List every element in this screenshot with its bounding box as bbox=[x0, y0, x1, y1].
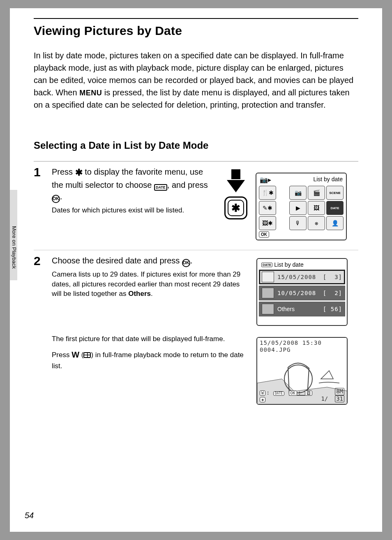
section-tab: More on Playback bbox=[10, 190, 17, 280]
date-row-0-count-val: 3 bbox=[334, 274, 338, 280]
fav-tile-food-icon: 🍴✱ bbox=[259, 186, 276, 200]
total-pics-badge: 31 bbox=[335, 395, 344, 402]
screen1-footer: OK bbox=[259, 231, 344, 237]
step-2-para2-a: The first picture for that date will be … bbox=[52, 334, 245, 344]
step-divider bbox=[34, 250, 358, 250]
step-2-text-a: Choose the desired date and press bbox=[52, 256, 182, 265]
playback-filename: 0004.JPG bbox=[260, 346, 322, 353]
date-thumb-icon bbox=[262, 272, 274, 282]
fav-tile-scene-icon: SCENE bbox=[326, 186, 344, 200]
fav-tile-date-icon: DATE bbox=[326, 201, 344, 215]
list-by-date-screen: DATE List by date 15/05/2008 [ 3] 10/05/… bbox=[256, 258, 348, 326]
step-2-para2-b-b: ( bbox=[79, 351, 83, 359]
playback-bottom-left: W: DATE OK: 🖼 ✱ bbox=[260, 389, 321, 402]
favorite-asterisk-icon: ✱ bbox=[228, 200, 244, 216]
fav-tile-picture-icon: 🖼✱ bbox=[259, 216, 276, 230]
favorite-button-outline: ✱ bbox=[224, 196, 247, 219]
date-thumb-icon bbox=[262, 288, 274, 298]
pill-w: W bbox=[260, 390, 265, 396]
screen2-title: DATE List by date bbox=[259, 261, 345, 270]
playback-overlay-text: 15/05/2008 15:30 0004.JPG bbox=[260, 339, 322, 353]
step-2-para2-b-a: Press bbox=[52, 351, 71, 359]
step-2-text-b: . bbox=[190, 256, 193, 265]
camera-mode-icon: 📷▸ bbox=[260, 176, 271, 184]
intro-paragraph: In list by date mode, pictures taken on … bbox=[34, 49, 358, 111]
pill-date: DATE bbox=[273, 391, 284, 396]
step-2-number: 2 bbox=[34, 255, 52, 267]
favorite-button-diagram: ✱ bbox=[219, 190, 252, 243]
date-row-0: 15/05/2008 [ 3] bbox=[259, 270, 345, 284]
date-row-2-date: Others bbox=[277, 306, 323, 312]
step-2-others-label: Others bbox=[128, 290, 151, 298]
thumbnail-grid-icon bbox=[83, 352, 91, 358]
step-1: 1 Press ✱ to display the favorite menu, … bbox=[34, 166, 208, 215]
step-2-sub-c: . bbox=[151, 290, 153, 298]
favorite-menu-screen: 📷▸ List by date 🍴✱ 📷 🎬 SCENE ✎✱ ▶ 🖼 DATE… bbox=[256, 173, 347, 240]
ok-indicator: OK bbox=[259, 231, 269, 238]
date-thumb-icon bbox=[262, 304, 274, 314]
date-row-1: 10/05/2008 [ 2] bbox=[259, 286, 345, 300]
page-number: 54 bbox=[25, 511, 34, 520]
date-row-2-count-val: 56 bbox=[331, 306, 339, 312]
step-1-sub: Dates for which pictures exist will be l… bbox=[52, 205, 208, 215]
screen2-title-text: List by date bbox=[274, 261, 304, 268]
ok-button-icon: OK bbox=[182, 259, 190, 267]
subheading: Selecting a Date in List by Date Mode bbox=[34, 140, 208, 151]
favorite-asterisk-icon: ✱ bbox=[75, 166, 83, 179]
w-button-icon: W bbox=[71, 350, 79, 359]
date-mode-icon: DATE bbox=[261, 263, 272, 267]
date-row-0-count: [ 3] bbox=[323, 274, 342, 280]
ok-button-icon: OK bbox=[52, 195, 60, 203]
spacer bbox=[277, 186, 288, 200]
date-mode-icon: DATE bbox=[154, 184, 167, 191]
step-2: 2 Choose the desired date and press OK. … bbox=[34, 255, 245, 299]
screen1-title: List by date bbox=[313, 176, 343, 184]
page-title: Viewing Pictures by Date bbox=[34, 24, 182, 38]
date-row-0-date: 15/05/2008 bbox=[277, 274, 323, 280]
step-1-text-c: , and press bbox=[167, 180, 208, 189]
date-row-1-count: [ 2] bbox=[323, 290, 342, 296]
pill-img: 🖼 bbox=[305, 390, 312, 396]
fav-tile-custom-icon: 👤 bbox=[326, 216, 344, 230]
spacer bbox=[277, 201, 288, 215]
playback-screen: 15/05/2008 15:30 0004.JPG W: DATE OK: 🖼 … bbox=[256, 337, 348, 405]
date-row-2: Others [ 56] bbox=[259, 302, 345, 316]
spacer bbox=[277, 216, 288, 230]
step-1-number: 1 bbox=[34, 166, 52, 178]
date-row-1-count-val: 2 bbox=[334, 290, 338, 296]
step-1-text-d: . bbox=[60, 192, 62, 201]
fav-tile-playback-icon: ▶ bbox=[289, 201, 307, 215]
image-size-badge: 8M bbox=[335, 388, 344, 395]
fav-tile-camera-icon: 📷 bbox=[289, 186, 307, 200]
step-1-text-a: Press bbox=[52, 167, 75, 176]
step-2-para2: The first picture for that date will be … bbox=[52, 334, 245, 371]
pill-ok: OK bbox=[289, 390, 297, 396]
playback-datetime: 15/05/2008 15:30 bbox=[260, 339, 322, 346]
menu-glyph: MENU bbox=[79, 89, 102, 97]
header-rule bbox=[34, 18, 358, 19]
fav-tile-setup-icon: ⎈ bbox=[308, 216, 325, 230]
fav-tile-movie-icon: 🎬 bbox=[308, 186, 325, 200]
date-row-2-count: [ 56] bbox=[323, 306, 342, 312]
arrow-stem bbox=[231, 169, 240, 179]
subhead-rule bbox=[34, 161, 358, 162]
date-row-1-date: 10/05/2008 bbox=[277, 290, 323, 296]
frame-indicator: 1/ bbox=[321, 395, 328, 402]
playback-bottom-right: 8M 1/ 31 bbox=[321, 388, 344, 402]
fav-tile-draw-icon: ✎✱ bbox=[259, 201, 276, 215]
fav-tile-calendar-icon: 🖼 bbox=[308, 201, 325, 215]
fav-tile-voice-icon: 🎙 bbox=[289, 216, 307, 230]
pill-fav: ✱ bbox=[260, 397, 265, 402]
arrow-down-icon bbox=[227, 180, 245, 192]
